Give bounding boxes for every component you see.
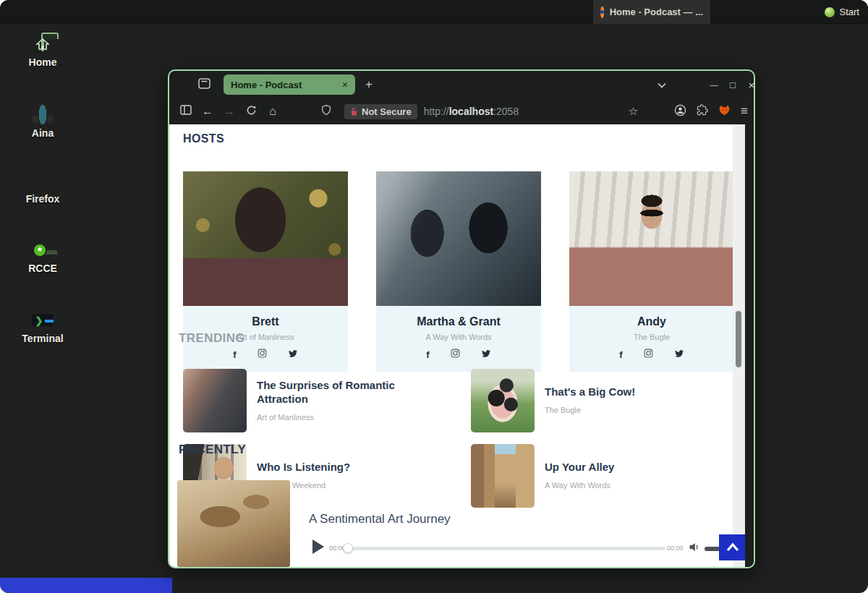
episode-item-up-your-alley[interactable]: Up Your Alley A Way With Words <box>471 444 614 508</box>
episode-title: Up Your Alley <box>545 460 614 474</box>
episode-thumbnail[interactable] <box>471 369 535 432</box>
sidebar-toggle-icon[interactable] <box>175 105 197 118</box>
episode-show: A Way With Words <box>545 481 614 490</box>
desktop: Home - Podcast — ... Start Home Aina Fir… <box>0 0 868 593</box>
address-bar[interactable]: http://localhost:2058 <box>424 106 519 117</box>
new-tab-button[interactable]: + <box>365 77 373 92</box>
twitter-icon[interactable] <box>288 348 298 361</box>
desktop-icon-aina[interactable]: Aina <box>14 108 72 139</box>
twitter-icon[interactable] <box>481 348 491 361</box>
maximize-button[interactable]: □ <box>723 80 742 90</box>
instagram-icon[interactable] <box>644 348 653 361</box>
host-name: Martha & Grant <box>376 315 541 328</box>
forward-button[interactable]: → <box>218 105 240 118</box>
recent-heading: RECENTLY <box>179 443 246 457</box>
taskbar-window-button[interactable]: Home - Podcast — ... <box>593 0 710 24</box>
broken-lock-icon <box>350 107 358 116</box>
reload-button[interactable] <box>240 105 262 119</box>
minimize-button[interactable]: — <box>705 80 723 89</box>
episode-thumbnail[interactable] <box>183 369 247 432</box>
host-card-martha-grant[interactable]: Martha & Grant A Way With Words f <box>376 171 541 372</box>
host-name: Brett <box>183 315 348 328</box>
hosts-heading: HOSTS <box>183 132 224 145</box>
episode-title: Who Is Listening? <box>257 460 350 474</box>
close-tab-icon[interactable]: × <box>342 79 348 90</box>
tab-list-dropdown[interactable] <box>652 71 671 98</box>
extensions-puzzle-icon[interactable] <box>697 104 708 119</box>
firefox-view-icon[interactable] <box>198 78 210 92</box>
chevron-down-icon <box>658 82 666 88</box>
tab-title: Home - Podcast <box>231 80 338 90</box>
page-scrollbar[interactable] <box>733 124 745 567</box>
facebook-icon[interactable]: f <box>619 349 622 360</box>
episode-item-romantic-attraction[interactable]: The Surprises of Romantic Attraction Art… <box>183 369 410 432</box>
browser-window: Home - Podcast × + — □ × ← → ⌂ <box>168 69 755 568</box>
menu-icon[interactable]: ≡ <box>741 104 748 119</box>
episode-thumbnail[interactable] <box>471 444 535 508</box>
aina-icon <box>39 105 46 124</box>
tab-home-podcast[interactable]: Home - Podcast × <box>224 74 355 95</box>
desktop-icon-label: Terminal <box>14 333 72 344</box>
url-host: localhost <box>449 106 493 117</box>
page-viewport: HOSTS TRENDING RECENTLY Brett Art of Man… <box>169 124 745 567</box>
back-button[interactable]: ← <box>197 105 218 118</box>
facebook-icon[interactable]: f <box>426 349 429 360</box>
desktop-icon-label: Home <box>14 56 72 68</box>
episode-show: The Bugle <box>545 406 635 414</box>
terminal-icon: ❯ <box>32 314 54 326</box>
host-show: The Bugle <box>569 333 734 341</box>
episode-item-big-cow[interactable]: That's a Big Cow! The Bugle <box>471 369 635 432</box>
scroll-to-top-button[interactable] <box>719 534 745 560</box>
episode-show: Art of Manliness <box>257 413 410 422</box>
volume-slider[interactable] <box>705 547 720 551</box>
shield-icon[interactable] <box>315 104 337 119</box>
taskbar-window-title: Home - Podcast — ... <box>610 7 703 17</box>
host-photo <box>183 171 348 306</box>
home-button[interactable]: ⌂ <box>262 105 284 118</box>
play-button[interactable] <box>311 538 326 558</box>
tab-bar: Home - Podcast × + — □ × <box>169 71 754 98</box>
firefox-icon <box>600 7 604 18</box>
scrollbar-thumb[interactable] <box>736 311 741 367</box>
trending-heading: TRENDING <box>179 331 245 346</box>
now-playing-artwork <box>177 480 290 567</box>
instagram-icon[interactable] <box>451 348 460 361</box>
start-button[interactable]: Start <box>822 0 862 24</box>
facebook-icon[interactable]: f <box>233 349 236 360</box>
close-button[interactable]: × <box>742 79 755 91</box>
house-icon <box>35 38 50 51</box>
background-window-edge <box>0 578 172 593</box>
account-icon[interactable] <box>674 104 686 119</box>
home-folder-icon <box>41 36 44 51</box>
player-episode-title: A Sentimental Art Journey <box>309 512 451 526</box>
chevron-up-icon <box>726 542 740 553</box>
episode-title: The Surprises of Romantic Attraction <box>257 378 410 406</box>
instagram-icon[interactable] <box>258 348 267 361</box>
bookmark-star-icon[interactable]: ☆ <box>629 105 638 118</box>
twitter-icon[interactable] <box>674 348 684 361</box>
seek-bar[interactable] <box>346 547 665 550</box>
folder-badge-icon: * <box>33 243 47 257</box>
start-label: Start <box>840 7 859 17</box>
window-controls: — □ × <box>705 71 755 98</box>
toolbar-right-icons: ☆ ≡ <box>629 98 748 124</box>
host-card-andy[interactable]: Andy The Bugle f <box>569 171 734 372</box>
volume-icon[interactable] <box>689 542 700 555</box>
host-photo <box>376 171 541 306</box>
url-port: :2058 <box>493 106 519 117</box>
top-panel: Home - Podcast — ... Start <box>0 0 868 24</box>
desktop-icon-home[interactable]: Home <box>14 38 72 68</box>
desktop-icon-firefox[interactable]: Firefox <box>14 174 72 205</box>
desktop-icon-label: Aina <box>14 127 72 139</box>
duration-time: 00:00 <box>667 545 684 552</box>
desktop-icon-terminal[interactable]: ❯ Terminal <box>14 313 72 344</box>
host-photo <box>569 171 734 306</box>
fox-extension-icon[interactable] <box>718 105 731 119</box>
host-name: Andy <box>569 315 734 328</box>
security-label: Not Secure <box>362 106 412 117</box>
desktop-icon-rcce[interactable]: * RCCE <box>14 244 72 274</box>
seek-handle[interactable] <box>343 543 353 553</box>
not-secure-chip[interactable]: Not Secure <box>344 104 417 119</box>
url-scheme: http:// <box>424 106 449 117</box>
host-show: A Way With Words <box>376 333 541 341</box>
